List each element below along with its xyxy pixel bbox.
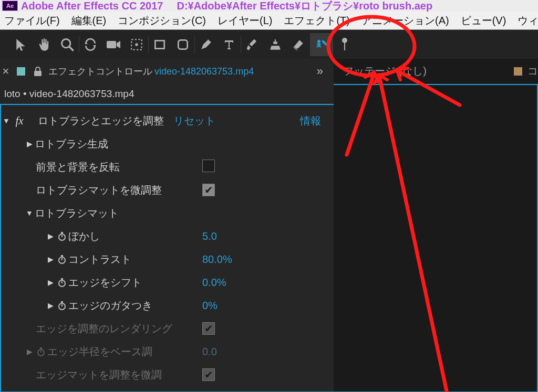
selection-tool-icon[interactable]: [9, 33, 33, 56]
roto-brush-tool-icon[interactable]: [310, 33, 333, 56]
menu-edit[interactable]: 編集(E): [71, 14, 107, 28]
title-bar: Ae Adobe After Effects CC 2017 D:¥Adobe¥…: [0, 0, 538, 12]
fine-tune-checkbox[interactable]: ✔: [202, 184, 215, 196]
edge-radius-label: エッジ半径をベース調: [47, 345, 152, 359]
svg-rect-21: [61, 301, 63, 303]
svg-point-7: [317, 40, 320, 43]
shift-edge-value[interactable]: 0.0%: [202, 277, 334, 289]
stopwatch-icon: [35, 347, 47, 356]
footage-label: フッテージ (なし): [343, 64, 427, 78]
puppet-pin-tool-icon[interactable]: [333, 33, 356, 56]
edge-matte-label: エッジマットを調整を微調: [36, 368, 162, 382]
invert-label: 前景と背景を反転: [36, 160, 120, 174]
svg-rect-12: [61, 232, 63, 234]
mask-rect-tool-icon[interactable]: [148, 33, 171, 56]
fx-icon[interactable]: fx: [12, 114, 27, 128]
feather-row: ▶ ぼかし 5.0: [1, 225, 334, 248]
twirl-right-icon[interactable]: ▶: [45, 301, 56, 310]
layer-color-swatch[interactable]: [17, 67, 25, 76]
menu-composition[interactable]: コンポジション(C): [118, 14, 206, 28]
effect-controls-panel: × エフェクトコントロール video-1482063753.mp4 » lot…: [0, 59, 334, 392]
type-tool-icon[interactable]: [218, 33, 241, 56]
panel-title: エフェクトコントロール: [48, 65, 152, 78]
orbit-tool-icon[interactable]: [79, 33, 102, 56]
info-link[interactable]: 情報: [300, 114, 334, 128]
stopwatch-icon[interactable]: [56, 301, 68, 310]
panel-file[interactable]: video-1482063753.mp4: [154, 66, 254, 77]
edge-matte-row: エッジマットを調整を微調 ✔: [1, 363, 334, 386]
edge-radius-row: ▶ エッジ半径をベース調 0.0: [1, 340, 334, 363]
svg-rect-9: [344, 42, 345, 50]
brush-tool-icon[interactable]: [241, 33, 264, 56]
comp-layer-path: loto • video-1482063753.mp4: [0, 84, 334, 104]
feather-value[interactable]: 5.0: [202, 230, 334, 242]
edge-matte-checkbox: ✔: [202, 368, 215, 381]
twirl-down-icon[interactable]: ▼: [24, 209, 35, 217]
twirl-right-icon[interactable]: ▶: [45, 278, 56, 287]
hand-tool-icon[interactable]: [33, 33, 56, 56]
twirl-right-icon[interactable]: ▶: [24, 140, 35, 148]
stopwatch-icon[interactable]: [56, 255, 68, 264]
viewer-panel: フッテージ (なし) コ: [334, 59, 538, 392]
lock-icon[interactable]: [30, 66, 45, 77]
refine-render-label: エッジを調整のレンダリング: [36, 322, 172, 336]
menu-view[interactable]: ビュー(V): [461, 14, 506, 28]
twirl-right-icon[interactable]: ▶: [45, 232, 56, 240]
viewer-area[interactable]: [334, 84, 538, 392]
contrast-label: コントラスト: [68, 252, 131, 267]
effect-controls-body: ▼ fx ロトブラシとエッジを調整 リセット 情報 ▶ ロトブラシ生成 前景と背…: [0, 104, 334, 392]
app-name: Adobe After Effects CC 2017: [21, 0, 163, 12]
stopwatch-icon[interactable]: [56, 231, 68, 241]
menu-file[interactable]: ファイル(F): [4, 14, 60, 28]
edge-radius-value: 0.0: [202, 346, 334, 358]
refine-render-row: エッジを調整のレンダリング ✔: [1, 317, 334, 340]
svg-rect-5: [155, 40, 164, 48]
pen-tool-icon[interactable]: [194, 33, 218, 56]
menu-effect[interactable]: エフェクト(T): [284, 14, 350, 28]
matte-group-label: ロトブラシマット: [35, 206, 119, 220]
eraser-tool-icon[interactable]: [287, 33, 310, 56]
camera-tool-icon[interactable]: [102, 33, 125, 56]
twirl-right-icon: ▶: [24, 347, 35, 356]
svg-rect-15: [61, 255, 63, 257]
refine-render-checkbox: ✔: [202, 322, 215, 335]
svg-rect-18: [61, 278, 63, 280]
twirl-right-icon[interactable]: ▶: [45, 255, 56, 263]
menu-bar: ファイル(F) 編集(E) コンポジション(C) レイヤー(L) エフェクト(T…: [0, 12, 538, 30]
svg-point-0: [62, 39, 70, 47]
invert-row: 前景と背景を反転: [1, 155, 334, 178]
comp-color-swatch: [514, 67, 522, 76]
shift-edge-label: エッジをシフト: [68, 276, 142, 290]
menu-window[interactable]: ウィ: [518, 14, 538, 28]
app-badge: Ae: [2, 1, 18, 11]
roto-generation-row[interactable]: ▶ ロトブラシ生成: [1, 132, 334, 155]
chatter-value[interactable]: 0%: [202, 300, 334, 312]
effect-header-row[interactable]: ▼ fx ロトブラシとエッジを調整 リセット 情報: [1, 109, 334, 132]
roto-generation-label: ロトブラシ生成: [35, 137, 108, 151]
stopwatch-icon[interactable]: [56, 278, 68, 287]
effect-name: ロトブラシとエッジを調整: [38, 114, 164, 128]
mask-ellipse-tool-icon[interactable]: [171, 33, 194, 56]
panel-more-icon[interactable]: »: [312, 65, 328, 78]
reset-link[interactable]: リセット: [173, 114, 215, 128]
menu-animation[interactable]: アニメーション(A): [361, 14, 449, 28]
twirl-down-icon[interactable]: ▼: [1, 116, 12, 125]
shift-edge-row: ▶ エッジをシフト 0.0%: [1, 271, 334, 294]
contrast-value[interactable]: 80.0%: [202, 253, 334, 266]
clone-stamp-tool-icon[interactable]: [264, 33, 287, 56]
fine-tune-label: ロトブラシマットを微調整: [36, 183, 162, 197]
feather-label: ぼかし: [68, 229, 100, 243]
zoom-tool-icon[interactable]: [56, 33, 79, 56]
region-tool-icon[interactable]: [125, 33, 148, 56]
effect-controls-tab[interactable]: × エフェクトコントロール video-1482063753.mp4 »: [0, 59, 334, 84]
chatter-label: エッジのガタつき: [68, 299, 152, 313]
invert-checkbox[interactable]: [202, 160, 215, 172]
comp-label-short: コ: [527, 64, 538, 78]
svg-point-4: [135, 43, 138, 46]
close-tab-icon[interactable]: ×: [0, 65, 12, 78]
fine-tune-row: ロトブラシマットを微調整 ✔: [1, 178, 334, 202]
footage-tab[interactable]: フッテージ (なし) コ: [343, 64, 538, 78]
matte-group-row[interactable]: ▼ ロトブラシマット: [1, 202, 334, 225]
document-path: D:¥Adobe¥After Effects¥ロトブラシ¥roto brush.…: [177, 0, 432, 12]
menu-layer[interactable]: レイヤー(L): [218, 14, 272, 28]
